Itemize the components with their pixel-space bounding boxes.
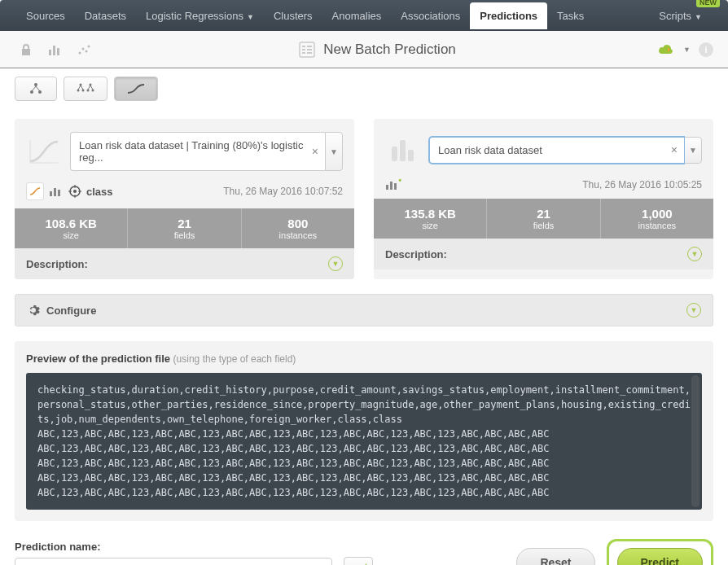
bars-icon[interactable] bbox=[49, 186, 62, 197]
preview-line: checking_status,duration,credit_history,… bbox=[37, 383, 691, 427]
new-badge: NEW bbox=[696, 0, 720, 7]
gear-icon bbox=[27, 304, 40, 317]
preview-content[interactable]: checking_status,duration,credit_history,… bbox=[26, 373, 702, 510]
predict-button[interactable]: Predict bbox=[617, 548, 703, 565]
stat-instances-label: instances bbox=[242, 230, 354, 240]
description-label: Description: bbox=[26, 258, 88, 270]
model-select[interactable]: Loan risk data dataset | Training (80%)'… bbox=[70, 132, 343, 171]
svg-rect-33 bbox=[58, 190, 60, 196]
clear-icon[interactable]: × bbox=[312, 145, 318, 158]
svg-rect-0 bbox=[49, 50, 51, 55]
stat-size-label: size bbox=[15, 230, 127, 240]
svg-rect-11 bbox=[307, 46, 312, 47]
header-bar: New Batch Prediction ▼ i bbox=[0, 31, 728, 68]
model-timestamp: Thu, 26 May 2016 10:07:52 bbox=[223, 186, 343, 197]
batch-prediction-icon bbox=[297, 40, 317, 59]
plus-icon: + bbox=[363, 561, 369, 565]
svg-rect-1 bbox=[53, 46, 55, 55]
svg-point-35 bbox=[73, 190, 77, 193]
caret-down-icon: ▼ bbox=[247, 13, 254, 21]
preview-line: ABC,123,ABC,ABC,123,ABC,ABC,123,ABC,ABC,… bbox=[37, 441, 691, 456]
bars-icon[interactable]: • bbox=[385, 179, 398, 191]
svg-rect-2 bbox=[57, 48, 59, 55]
svg-point-17 bbox=[30, 90, 33, 94]
preview-subtitle-text: (using the type of each field) bbox=[173, 353, 296, 365]
model-select-value: Loan risk data dataset | Training (80%)'… bbox=[79, 139, 303, 164]
nav-predictions[interactable]: Predictions bbox=[470, 2, 547, 29]
dataset-bars-icon bbox=[385, 132, 421, 168]
predict-highlight: Predict bbox=[607, 539, 713, 565]
svg-rect-31 bbox=[50, 191, 52, 196]
prediction-name-label: Prediction name: bbox=[15, 541, 332, 553]
objective-field-label: class bbox=[86, 186, 113, 198]
stat-fields-value: 21 bbox=[487, 207, 599, 221]
svg-line-22 bbox=[78, 85, 81, 90]
svg-rect-10 bbox=[302, 52, 305, 54]
chevron-down-icon: ▼ bbox=[687, 247, 702, 261]
nav-anomalies[interactable]: Anomalies bbox=[322, 2, 392, 29]
create-dataset-button[interactable]: + bbox=[344, 557, 373, 565]
dataset-card: Loan risk data dataset × ▼ • Thu, 26 May… bbox=[374, 119, 713, 279]
clear-icon[interactable]: × bbox=[671, 143, 678, 156]
curve-small-icon[interactable] bbox=[26, 182, 44, 200]
dataset-stats: 135.8 KBsize 21fields 1,000instances bbox=[374, 199, 713, 239]
stat-fields-label: fields bbox=[487, 221, 599, 230]
description-label: Description: bbox=[385, 248, 447, 261]
stat-instances-label: instances bbox=[601, 221, 713, 230]
svg-rect-40 bbox=[392, 147, 397, 161]
svg-rect-42 bbox=[408, 150, 414, 161]
svg-line-23 bbox=[81, 85, 83, 90]
lock-icon bbox=[15, 40, 37, 59]
caret-down-icon[interactable]: ▼ bbox=[325, 132, 343, 171]
prediction-name-input[interactable] bbox=[15, 558, 332, 565]
svg-line-16 bbox=[36, 86, 40, 91]
nav-logistic-regressions[interactable]: Logistic Regressions▼ bbox=[136, 2, 264, 29]
configure-toggle[interactable]: Configure ▼ bbox=[15, 294, 713, 326]
svg-rect-13 bbox=[307, 52, 312, 54]
nav-sources[interactable]: Sources bbox=[16, 2, 75, 29]
chevron-down-icon: ▼ bbox=[686, 303, 701, 318]
svg-line-15 bbox=[32, 86, 36, 91]
dataset-description-toggle[interactable]: Description: ▼ bbox=[374, 239, 713, 269]
chevron-down-icon: ▼ bbox=[328, 256, 343, 271]
stat-instances-value: 1,000 bbox=[601, 207, 713, 221]
tab-tree-single[interactable] bbox=[15, 77, 57, 101]
caret-down-icon[interactable]: ▼ bbox=[683, 46, 691, 54]
svg-point-6 bbox=[88, 45, 90, 47]
info-icon[interactable]: i bbox=[699, 42, 713, 57]
preview-section: Preview of the prediction file (using th… bbox=[15, 341, 713, 521]
view-tabs bbox=[0, 68, 728, 101]
caret-down-icon[interactable]: ▼ bbox=[684, 137, 702, 164]
tab-tree-multi[interactable] bbox=[64, 77, 107, 101]
scatter-icon[interactable] bbox=[73, 40, 96, 59]
svg-point-18 bbox=[38, 90, 42, 94]
svg-point-5 bbox=[86, 50, 88, 52]
nav-clusters[interactable]: Clusters bbox=[264, 2, 322, 29]
stat-fields-label: fields bbox=[128, 230, 240, 240]
stat-size-value: 108.6 KB bbox=[15, 217, 127, 230]
target-icon bbox=[68, 185, 81, 198]
preview-title-text: Preview of the prediction file bbox=[26, 353, 170, 365]
svg-point-4 bbox=[82, 47, 85, 50]
tab-logistic-curve[interactable] bbox=[114, 77, 158, 101]
footer: Prediction name: + Reset Predict bbox=[15, 539, 713, 565]
svg-rect-32 bbox=[54, 188, 56, 196]
svg-line-28 bbox=[90, 85, 93, 90]
reset-button[interactable]: Reset bbox=[516, 548, 594, 565]
cloud-action-icon[interactable] bbox=[657, 42, 675, 57]
preview-line: ABC,123,ABC,ABC,123,ABC,ABC,123,ABC,ABC,… bbox=[37, 485, 691, 500]
svg-rect-12 bbox=[307, 49, 312, 50]
model-description-toggle[interactable]: Description: ▼ bbox=[15, 248, 354, 279]
configure-label: Configure bbox=[46, 304, 96, 317]
top-navigation: Sources Datasets Logistic Regressions▼ C… bbox=[0, 0, 728, 31]
histogram-icon[interactable] bbox=[44, 40, 67, 59]
nav-datasets[interactable]: Datasets bbox=[75, 2, 136, 29]
dataset-select-value: Loan risk data dataset bbox=[438, 144, 542, 156]
nav-associations[interactable]: Associations bbox=[391, 2, 470, 29]
nav-tasks[interactable]: Tasks bbox=[547, 2, 594, 29]
dataset-select[interactable]: Loan risk data dataset × ▼ bbox=[429, 137, 702, 164]
svg-rect-9 bbox=[302, 49, 305, 50]
svg-rect-43 bbox=[386, 185, 388, 190]
logistic-curve-icon bbox=[26, 134, 62, 169]
scrollbar[interactable] bbox=[691, 375, 699, 507]
